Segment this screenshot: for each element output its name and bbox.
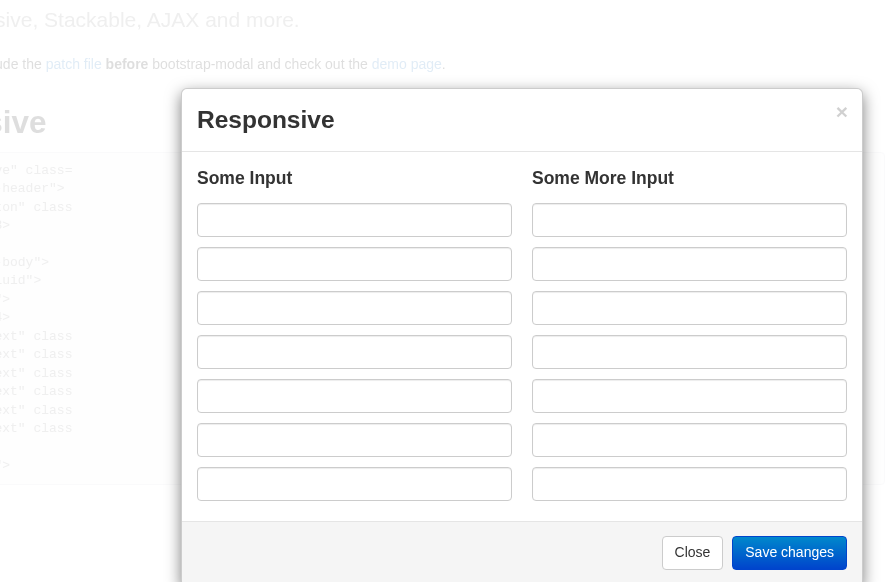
modal-row: Some Input Some More Input (197, 166, 847, 511)
save-changes-button[interactable]: Save changes (732, 536, 847, 570)
modal-title: Responsive (197, 104, 847, 136)
right-input-7[interactable] (532, 467, 847, 501)
right-col-heading: Some More Input (532, 166, 847, 191)
right-input-4[interactable] (532, 335, 847, 369)
left-input-7[interactable] (197, 467, 512, 501)
modal-header: Responsive × (182, 89, 862, 152)
modal-col-right: Some More Input (532, 166, 847, 511)
right-input-3[interactable] (532, 291, 847, 325)
left-input-6[interactable] (197, 423, 512, 457)
left-input-5[interactable] (197, 379, 512, 413)
left-col-heading: Some Input (197, 166, 512, 191)
modal-body: Some Input Some More Input (182, 152, 862, 521)
right-input-2[interactable] (532, 247, 847, 281)
right-input-6[interactable] (532, 423, 847, 457)
left-input-1[interactable] (197, 203, 512, 237)
modal-col-left: Some Input (197, 166, 512, 511)
right-input-5[interactable] (532, 379, 847, 413)
modal-footer: Close Save changes (182, 521, 862, 582)
left-input-3[interactable] (197, 291, 512, 325)
close-icon[interactable]: × (836, 101, 848, 122)
close-button[interactable]: Close (662, 536, 724, 570)
right-input-1[interactable] (532, 203, 847, 237)
left-input-4[interactable] (197, 335, 512, 369)
responsive-modal: Responsive × Some Input Some More Input … (181, 88, 863, 582)
left-input-2[interactable] (197, 247, 512, 281)
